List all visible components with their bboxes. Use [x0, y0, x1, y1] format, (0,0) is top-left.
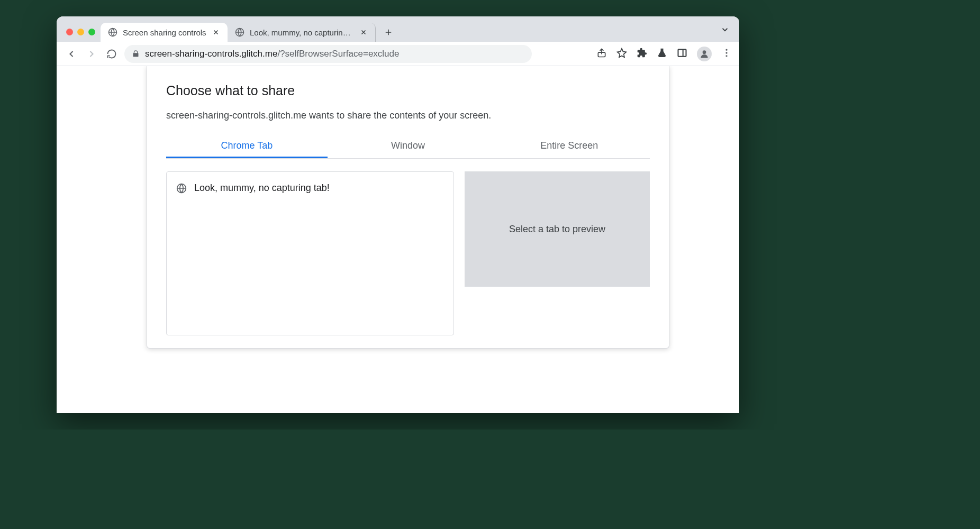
profile-avatar[interactable]	[697, 47, 712, 61]
tab-list-item-title: Look, mummy, no capturing tab!	[194, 183, 330, 194]
address-bar[interactable]: screen-sharing-controls.glitch.me/?selfB…	[124, 45, 532, 63]
browser-tab[interactable]: Look, mummy, no capturing tab	[228, 23, 376, 42]
new-tab-button[interactable]	[381, 25, 396, 40]
globe-icon	[235, 28, 244, 37]
side-panel-button[interactable]	[677, 48, 687, 60]
svg-point-7	[725, 55, 727, 57]
url-text: screen-sharing-controls.glitch.me/?selfB…	[145, 49, 399, 59]
tab-title: Screen sharing controls	[123, 28, 206, 37]
share-dialog: Choose what to share screen-sharing-cont…	[147, 66, 669, 349]
forward-button[interactable]	[84, 47, 99, 61]
lock-icon	[132, 50, 140, 58]
dialog-subtitle: screen-sharing-controls.glitch.me wants …	[166, 110, 650, 121]
dialog-tab-window[interactable]: Window	[328, 135, 489, 158]
tab-close-button[interactable]	[359, 28, 368, 37]
preview-placeholder: Select a tab to preview	[509, 224, 605, 235]
preview-pane: Select a tab to preview	[465, 171, 650, 287]
svg-rect-3	[678, 49, 686, 56]
menu-button[interactable]	[721, 48, 732, 60]
tab-list-item[interactable]: Look, mummy, no capturing tab!	[174, 179, 446, 197]
dialog-body: Look, mummy, no capturing tab! Select a …	[166, 159, 650, 348]
tabs-dropdown-button[interactable]	[720, 25, 730, 37]
tab-strip: Screen sharing controls Look, mummy, no …	[101, 23, 739, 42]
svg-point-6	[725, 52, 727, 53]
dialog-tab-chrome-tab[interactable]: Chrome Tab	[166, 135, 328, 158]
bookmark-button[interactable]	[616, 48, 627, 60]
svg-point-4	[703, 50, 706, 54]
back-button[interactable]	[64, 47, 79, 61]
page-content: Choose what to share screen-sharing-cont…	[57, 66, 739, 413]
browser-window: Screen sharing controls Look, mummy, no …	[57, 16, 739, 413]
tab-close-button[interactable]	[212, 28, 220, 37]
toolbar-actions	[596, 47, 732, 61]
reload-button[interactable]	[104, 47, 119, 61]
window-controls	[66, 29, 101, 42]
tab-list: Look, mummy, no capturing tab!	[166, 171, 454, 335]
window-close-button[interactable]	[66, 29, 73, 35]
tab-bar: Screen sharing controls Look, mummy, no …	[57, 16, 739, 42]
globe-icon	[108, 28, 117, 37]
browser-tab-active[interactable]: Screen sharing controls	[101, 23, 228, 42]
share-button[interactable]	[596, 48, 607, 60]
globe-icon	[176, 183, 187, 194]
svg-point-5	[725, 49, 727, 50]
window-minimize-button[interactable]	[77, 29, 84, 35]
tab-title: Look, mummy, no capturing tab	[250, 28, 354, 37]
extensions-button[interactable]	[637, 48, 647, 60]
dialog-tabs: Chrome Tab Window Entire Screen	[166, 135, 650, 159]
dialog-title: Choose what to share	[166, 83, 650, 98]
dialog-tab-entire-screen[interactable]: Entire Screen	[488, 135, 650, 158]
labs-button[interactable]	[657, 48, 667, 60]
window-maximize-button[interactable]	[88, 29, 95, 35]
browser-toolbar: screen-sharing-controls.glitch.me/?selfB…	[57, 42, 739, 66]
